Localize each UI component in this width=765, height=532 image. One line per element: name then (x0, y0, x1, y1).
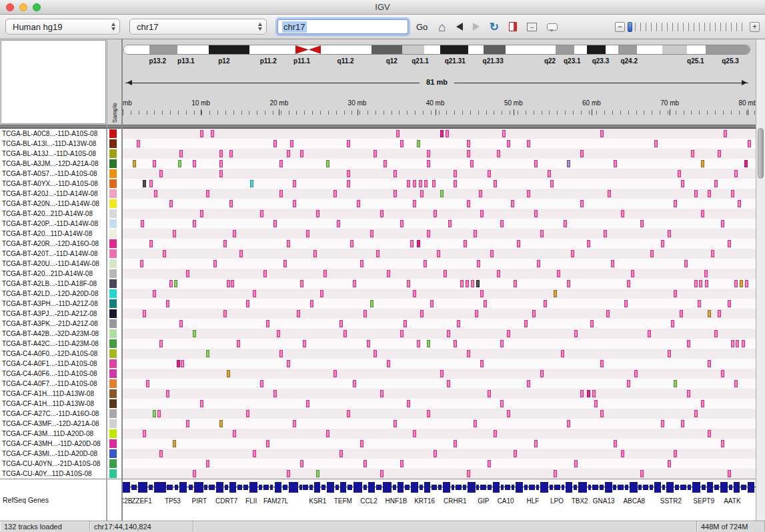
mutation-mark[interactable] (728, 300, 731, 307)
mutation-mark[interactable] (480, 290, 484, 297)
mutation-mark[interactable] (484, 300, 487, 307)
gene-block[interactable] (702, 485, 706, 490)
mutation-mark[interactable] (279, 190, 283, 197)
mutation-mark[interactable] (143, 310, 146, 317)
gene-block[interactable] (420, 485, 423, 490)
mutation-mark[interactable] (137, 140, 140, 147)
mutation-mark[interactable] (174, 280, 177, 287)
mutation-mark[interactable] (206, 460, 209, 467)
mutation-mark[interactable] (728, 470, 731, 477)
mutation-mark[interactable] (497, 150, 500, 157)
gene-block[interactable] (443, 482, 450, 493)
mutation-mark[interactable] (394, 190, 397, 197)
mutation-mark[interactable] (159, 450, 163, 457)
gene-block[interactable] (613, 485, 616, 490)
mutation-mark[interactable] (306, 230, 309, 237)
mutation-mark[interactable] (287, 470, 290, 477)
mutation-mark[interactable] (580, 200, 584, 207)
gene-block[interactable] (368, 482, 374, 493)
gene-block[interactable] (179, 482, 186, 493)
mutation-mark[interactable] (394, 170, 397, 177)
gene-block[interactable] (209, 485, 215, 490)
mutation-mark[interactable] (476, 280, 480, 287)
mutation-mark[interactable] (554, 290, 557, 297)
gene-block[interactable] (488, 485, 492, 490)
zoom-in-button[interactable]: + (750, 22, 760, 32)
mutation-mark[interactable] (169, 200, 173, 207)
gene-block[interactable] (138, 482, 147, 493)
mutation-mark[interactable] (200, 210, 203, 217)
mutation-mark[interactable] (742, 340, 745, 347)
gene-block[interactable] (662, 485, 666, 490)
mutation-mark[interactable] (701, 400, 704, 407)
sample-name[interactable]: TCGA-CF-A3MI...-11D-A20D-08 (0, 449, 106, 459)
gene-block[interactable] (468, 482, 475, 493)
mutation-mark[interactable] (300, 150, 303, 157)
mutation-mark[interactable] (540, 370, 544, 377)
mutation-mark[interactable] (467, 200, 470, 207)
mutation-mark[interactable] (297, 310, 300, 317)
mutation-mark[interactable] (567, 280, 570, 287)
mutation-mark[interactable] (283, 260, 287, 267)
mutation-mark[interactable] (227, 280, 230, 287)
chromosome-select[interactable]: chr17 (129, 19, 267, 35)
sample-color-swatch[interactable] (109, 199, 117, 208)
sample-color-swatch[interactable] (109, 369, 117, 378)
mutation-mark[interactable] (427, 230, 430, 237)
mutation-mark[interactable] (133, 160, 136, 167)
mutation-mark[interactable] (721, 440, 724, 447)
mutation-mark[interactable] (153, 410, 156, 417)
mutation-mark[interactable] (544, 300, 547, 307)
mutation-mark[interactable] (561, 350, 564, 357)
mutation-mark[interactable] (287, 150, 290, 157)
mutation-mark[interactable] (219, 160, 223, 167)
mutation-mark[interactable] (380, 390, 384, 397)
mutation-mark[interactable] (571, 250, 574, 257)
mutation-mark[interactable] (323, 270, 327, 277)
mutation-mark[interactable] (446, 130, 449, 137)
mutation-mark[interactable] (534, 440, 538, 447)
mutation-mark[interactable] (384, 160, 387, 167)
mutation-mark[interactable] (590, 320, 594, 327)
sample-name[interactable]: TCGA-BT-A20...11D-A14W-08 (0, 229, 106, 239)
sample-name[interactable]: TCGA-CF-A3MH...-11D-A20D-08 (0, 439, 106, 449)
sample-color-swatch[interactable] (109, 449, 117, 458)
sample-color-swatch[interactable] (109, 179, 117, 188)
gene-block[interactable] (243, 485, 248, 490)
mutation-mark[interactable] (363, 460, 367, 467)
gene-block[interactable] (566, 482, 572, 493)
mutation-mark[interactable] (699, 280, 702, 287)
mutation-mark[interactable] (434, 450, 437, 457)
mutation-mark[interactable] (413, 200, 416, 207)
sample-color-swatch[interactable] (109, 349, 117, 358)
mutation-mark[interactable] (574, 330, 578, 337)
mutation-mark[interactable] (540, 230, 544, 237)
gene-block[interactable] (456, 485, 462, 490)
zoom-out-button[interactable]: − (615, 22, 625, 32)
mutation-mark[interactable] (548, 170, 551, 177)
gene-block[interactable] (289, 482, 298, 493)
sample-color-swatch[interactable] (109, 419, 117, 428)
mutation-mark[interactable] (229, 200, 233, 207)
mutation-mark[interactable] (614, 440, 617, 447)
mutation-mark[interactable] (178, 160, 181, 167)
mutation-mark[interactable] (704, 270, 708, 277)
mutation-mark[interactable] (154, 190, 157, 197)
genome-select[interactable]: Human hg19 (5, 19, 120, 35)
scrollbar-thumb[interactable] (758, 128, 764, 179)
back-icon[interactable] (456, 23, 463, 31)
mutation-mark[interactable] (587, 390, 590, 397)
mutation-mark[interactable] (648, 330, 651, 337)
mutation-mark[interactable] (370, 230, 373, 237)
mutation-mark[interactable] (246, 300, 249, 307)
mutation-mark[interactable] (149, 180, 153, 187)
mutation-mark[interactable] (413, 290, 416, 297)
sample-name[interactable]: TCGA-BT-A42B...-32D-A23M-08 (0, 329, 106, 339)
sample-name[interactable]: TCGA-CF-A1H...11D-A13W-08 (0, 399, 106, 409)
gene-block[interactable] (630, 482, 637, 493)
forward-icon[interactable] (473, 23, 480, 31)
mutation-mark[interactable] (353, 380, 356, 387)
gene-block[interactable] (638, 485, 642, 490)
mutation-mark[interactable] (674, 450, 677, 457)
mutation-mark[interactable] (233, 230, 236, 237)
